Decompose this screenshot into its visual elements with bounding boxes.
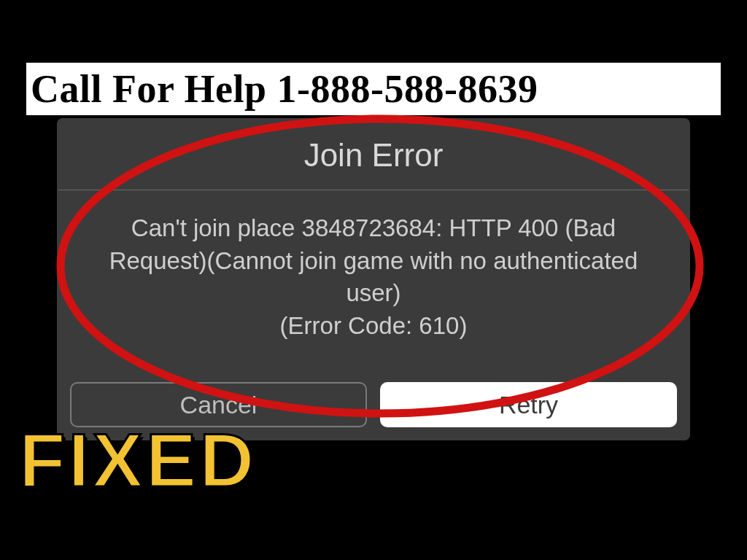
dialog-title: Join Error	[57, 137, 690, 190]
help-banner: Call For Help 1-888-588-8639	[26, 63, 721, 115]
error-dialog: Join Error Can't join place 3848723684: …	[57, 118, 690, 440]
dialog-message: Can't join place 3848723684: HTTP 400 (B…	[57, 190, 690, 342]
dialog-message-line: user)	[70, 277, 677, 310]
fixed-overlay-label: FIXED	[19, 417, 257, 504]
help-banner-text: Call For Help 1-888-588-8639	[31, 66, 538, 112]
dialog-message-line: Can't join place 3848723684: HTTP 400 (B…	[70, 212, 677, 245]
dialog-message-line: Request)(Cannot join game with no authen…	[70, 245, 677, 278]
retry-button[interactable]: Retry	[380, 382, 677, 427]
dialog-message-line: (Error Code: 610)	[70, 310, 677, 343]
